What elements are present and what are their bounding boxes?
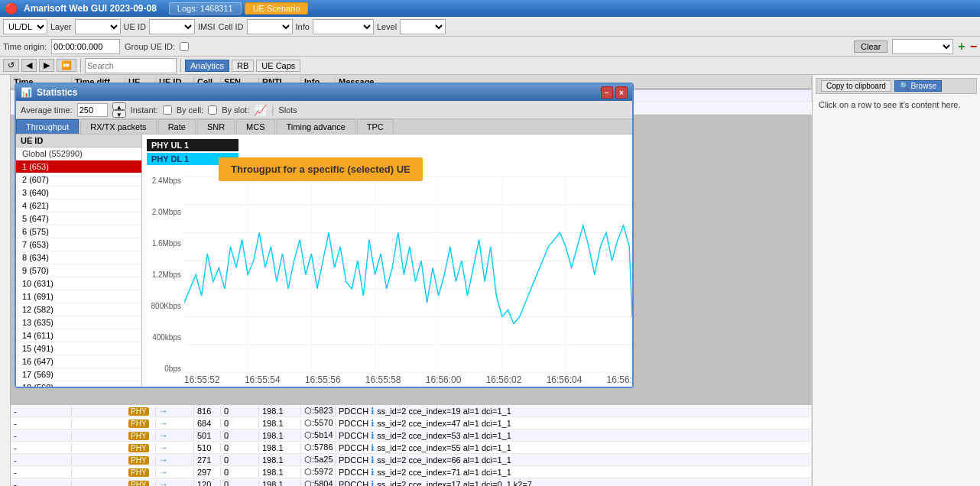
avg-time-label: Average time: <box>21 105 73 115</box>
ue-list-item-2[interactable]: 2 (607) <box>16 173 141 186</box>
filter-select[interactable] <box>892 39 953 54</box>
log-row[interactable]: - PHY → 684 0 198.1 ⬡:5570 PDCCH ℹ ss_id… <box>11 417 812 429</box>
level-label: Level <box>377 22 397 31</box>
avg-time-input[interactable] <box>77 103 108 117</box>
tab-snr[interactable]: SNR <box>197 119 235 134</box>
cell-msg: PDCCH ℹ ss_id=2 cce_index=71 al=1 dci=1_… <box>336 467 812 478</box>
tab-throughput[interactable]: Throughput <box>16 119 79 134</box>
ue-list-item-1[interactable]: 1 (653) <box>16 160 141 173</box>
ul-dl-select[interactable]: UL/DLULDL <box>3 19 47 34</box>
legend-phy-ul: PHY UL 1 <box>147 139 239 151</box>
ue-list-item-3[interactable]: 3 (640) <box>16 186 141 199</box>
x-label-1: 16:55:54 <box>245 374 281 385</box>
cell-cell: 297 <box>194 468 221 477</box>
main-toolbar: UL/DLULDL Layer UE ID IMSI Cell ID Info … <box>0 17 980 37</box>
cell-ueid: → <box>156 418 194 429</box>
ue-list-item-8[interactable]: 8 (634) <box>16 251 141 264</box>
modal-tabs: Throughput RX/TX packets Rate SNR MCS Ti… <box>16 119 632 134</box>
tab-rxtx[interactable]: RX/TX packets <box>80 119 156 134</box>
avg-time-down[interactable]: ▼ <box>112 110 126 118</box>
add-filter-button[interactable]: + <box>958 40 965 53</box>
log-row[interactable]: - PHY → 510 0 198.1 ⬡:5786 PDCCH ℹ ss_id… <box>11 442 812 454</box>
ue-list-item-18[interactable]: 18 (568) <box>16 381 141 387</box>
modal-toolbar: Average time: ▲ ▼ Instant: By cell: By s… <box>16 101 632 119</box>
refresh-button[interactable]: ↺ <box>3 59 19 72</box>
ue-id-select[interactable] <box>149 19 195 34</box>
modal-icon: 📊 <box>21 87 32 98</box>
tab-mcs[interactable]: MCS <box>236 119 274 134</box>
title-bar: 🔴 Amarisoft Web GUI 2023-09-08 Logs: 146… <box>0 0 980 17</box>
by-cell-checkbox[interactable] <box>208 105 217 115</box>
analytics-button[interactable]: Analytics <box>185 60 229 72</box>
clear-button[interactable]: Clear <box>854 40 888 53</box>
ue-list-item-15[interactable]: 15 (491) <box>16 342 141 355</box>
browse-button[interactable]: 🔍 Browse <box>894 80 942 92</box>
cell-msg: PDCCH ℹ ss_id=2 cce_index=17 al=1 dci=0_… <box>336 479 812 487</box>
ue-list-item-5[interactable]: 5 (647) <box>16 212 141 225</box>
layer-select[interactable] <box>75 19 121 34</box>
tab-timing-advance[interactable]: Timing advance <box>277 119 355 134</box>
cell-time: - <box>11 431 72 440</box>
right-panel-text: Click on a row to see it's content here. <box>816 97 977 112</box>
search-input[interactable] <box>85 58 177 73</box>
modal-close-button[interactable]: × <box>615 86 628 99</box>
avg-time-up[interactable]: ▲ <box>112 102 126 110</box>
tab-ue-scenario[interactable]: UE Scenario <box>245 2 309 15</box>
cell-info: ⬡:5804 <box>301 479 336 486</box>
log-row[interactable]: - PHY → 501 0 198.1 ⬡:5b14 PDCCH ℹ ss_id… <box>11 429 812 442</box>
cell-id-select[interactable] <box>247 19 293 34</box>
remove-filter-button[interactable]: − <box>970 40 977 53</box>
throughput-chart <box>184 177 632 373</box>
log-row[interactable]: - PHY → 120 0 198.1 ⬡:5804 PDCCH ℹ ss_id… <box>11 478 812 486</box>
copy-to-clipboard-button[interactable]: Copy to clipboard <box>821 80 891 92</box>
ue-list-item-13[interactable]: 13 (635) <box>16 316 141 329</box>
by-cell-label: By cell: <box>177 105 203 115</box>
ue-list-item-17[interactable]: 17 (569) <box>16 368 141 381</box>
modal-minimize-button[interactable]: − <box>601 86 613 99</box>
back-button[interactable]: ◀ <box>21 59 37 72</box>
cell-ue: PHY <box>125 407 156 416</box>
level-select[interactable] <box>400 19 446 34</box>
group-ue-checkbox[interactable] <box>180 42 189 51</box>
instant-checkbox[interactable] <box>163 105 172 115</box>
ue-list-item-16[interactable]: 16 (647) <box>16 355 141 368</box>
ue-list-item-14[interactable]: 14 (611) <box>16 329 141 342</box>
cell-time: - <box>11 407 72 416</box>
tab-logs[interactable]: Logs: 1468311 <box>169 2 242 15</box>
ue-list-item-7[interactable]: 7 (653) <box>16 238 141 251</box>
x-label-0: 16:55:52 <box>184 374 220 385</box>
log-area: Time Time diff UE UE ID Cell SFN RNTI In… <box>11 75 812 486</box>
ue-list-item-6[interactable]: 6 (575) <box>16 225 141 238</box>
cell-rnti: 198.1 <box>259 455 301 465</box>
cell-cell: 684 <box>194 419 221 428</box>
ue-list-item-4[interactable]: 4 (621) <box>16 199 141 212</box>
info-select[interactable] <box>313 19 374 34</box>
ue-list-item-9[interactable]: 9 (570) <box>16 264 141 277</box>
y-label-1600: 1.6Mbps <box>142 239 181 248</box>
time-origin-input[interactable] <box>51 39 120 54</box>
ue-list-item-12[interactable]: 12 (582) <box>16 303 141 316</box>
cell-info: ⬡:5570 <box>301 418 336 428</box>
x-label-2: 16:55:56 <box>305 374 341 385</box>
fast-forward-button[interactable]: ⏩ <box>57 59 76 72</box>
modal-title-bar: 📊 Statistics − × <box>16 84 632 101</box>
x-label-5: 16:56:02 <box>486 374 522 385</box>
ue-caps-button[interactable]: UE Caps <box>256 60 300 72</box>
cell-sfn: 0 <box>221 480 259 487</box>
app-title: Amarisoft Web GUI 2023-09-08 <box>24 3 157 14</box>
log-row[interactable]: - PHY → 816 0 198.1 ⬡:5823 PDCCH ℹ ss_id… <box>11 405 812 417</box>
rb-button[interactable]: RB <box>232 60 254 72</box>
ue-list-item-10[interactable]: 10 (631) <box>16 277 141 290</box>
log-row[interactable]: - PHY → 297 0 198.1 ⬡:5972 PDCCH ℹ ss_id… <box>11 466 812 478</box>
slots-label: Slots <box>278 105 297 115</box>
cell-info: ⬡:5823 <box>301 406 336 416</box>
tab-tpc[interactable]: TPC <box>357 119 394 134</box>
cell-cell: 510 <box>194 443 221 452</box>
tab-rate[interactable]: Rate <box>158 119 196 134</box>
ue-list-item-global[interactable]: Global (552990) <box>16 147 141 160</box>
ue-list-item-11[interactable]: 11 (691) <box>16 290 141 303</box>
forward-button[interactable]: ▶ <box>39 59 54 72</box>
cell-ueid: → <box>156 430 194 441</box>
log-row[interactable]: - PHY → 271 0 198.1 ⬡:5a25 PDCCH ℹ ss_id… <box>11 454 812 466</box>
chart-tooltip: Througput for a specific (selected) UE <box>219 157 423 181</box>
